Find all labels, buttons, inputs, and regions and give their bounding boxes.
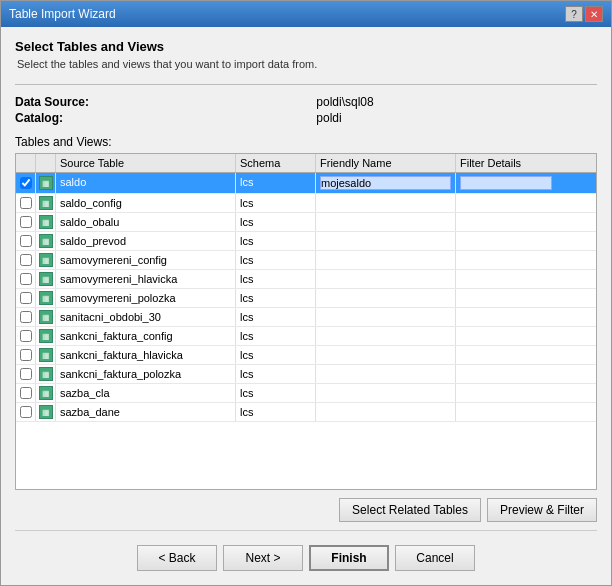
- preview-filter-button[interactable]: Preview & Filter: [487, 498, 597, 522]
- row-schema: lcs: [236, 289, 316, 307]
- table-row[interactable]: ▦saldo_obalulcs: [16, 213, 596, 232]
- friendly-name-input[interactable]: [320, 387, 451, 399]
- filter-details-input[interactable]: [460, 311, 552, 323]
- row-friendly-name[interactable]: [316, 384, 456, 402]
- filter-details-input[interactable]: [460, 254, 552, 266]
- table-row[interactable]: ▦sankcni_faktura_polozkalcs: [16, 365, 596, 384]
- friendly-name-input[interactable]: [320, 176, 451, 190]
- row-friendly-name[interactable]: [316, 251, 456, 269]
- row-friendly-name[interactable]: [316, 346, 456, 364]
- row-checkbox[interactable]: [20, 387, 32, 399]
- row-checkbox[interactable]: [20, 292, 32, 304]
- row-filter-details[interactable]: [456, 403, 556, 421]
- friendly-name-input[interactable]: [320, 216, 451, 228]
- row-checkbox-cell: [16, 194, 36, 212]
- row-checkbox[interactable]: [20, 406, 32, 418]
- table-row[interactable]: ▦samovymereni_polozkalcs: [16, 289, 596, 308]
- filter-details-input[interactable]: [460, 273, 552, 285]
- friendly-name-input[interactable]: [320, 254, 451, 266]
- table-icon: ▦: [39, 367, 53, 381]
- filter-details-input[interactable]: [460, 406, 552, 418]
- friendly-name-input[interactable]: [320, 292, 451, 304]
- row-checkbox[interactable]: [20, 368, 32, 380]
- row-friendly-name[interactable]: [316, 308, 456, 326]
- info-grid: Data Source: poldi\sql08 Catalog: poldi: [15, 95, 597, 125]
- row-filter-details[interactable]: [456, 384, 556, 402]
- row-schema: lcs: [236, 403, 316, 421]
- close-button[interactable]: ✕: [585, 6, 603, 22]
- table-row[interactable]: ▦saldolcs: [16, 173, 596, 194]
- row-friendly-name[interactable]: [316, 289, 456, 307]
- row-friendly-name[interactable]: [316, 327, 456, 345]
- friendly-name-input[interactable]: [320, 330, 451, 342]
- filter-details-input[interactable]: [460, 216, 552, 228]
- row-filter-details[interactable]: [456, 365, 556, 383]
- filter-details-input[interactable]: [460, 387, 552, 399]
- row-name: sazba_cla: [56, 384, 236, 402]
- table-row[interactable]: ▦sankcni_faktura_hlavickalcs: [16, 346, 596, 365]
- next-button[interactable]: Next >: [223, 545, 303, 571]
- row-filter-details[interactable]: [456, 194, 556, 212]
- filter-details-input[interactable]: [460, 330, 552, 342]
- table-row[interactable]: ▦sanitacni_obdobi_30lcs: [16, 308, 596, 327]
- table-row[interactable]: ▦sankcni_faktura_configlcs: [16, 327, 596, 346]
- row-filter-details[interactable]: [456, 173, 556, 193]
- row-friendly-name[interactable]: [316, 232, 456, 250]
- row-filter-details[interactable]: [456, 327, 556, 345]
- cancel-button[interactable]: Cancel: [395, 545, 475, 571]
- row-schema: lcs: [236, 327, 316, 345]
- row-checkbox[interactable]: [20, 254, 32, 266]
- table-row[interactable]: ▦samovymereni_hlavickalcs: [16, 270, 596, 289]
- title-bar: Table Import Wizard ? ✕: [1, 1, 611, 27]
- friendly-name-input[interactable]: [320, 406, 451, 418]
- filter-details-input[interactable]: [460, 197, 552, 209]
- row-filter-details[interactable]: [456, 213, 556, 231]
- row-filter-details[interactable]: [456, 308, 556, 326]
- filter-details-input[interactable]: [460, 292, 552, 304]
- table-icon: ▦: [39, 196, 53, 210]
- row-filter-details[interactable]: [456, 251, 556, 269]
- select-related-button[interactable]: Select Related Tables: [339, 498, 481, 522]
- row-friendly-name[interactable]: [316, 403, 456, 421]
- help-button[interactable]: ?: [565, 6, 583, 22]
- filter-details-input[interactable]: [460, 349, 552, 361]
- filter-details-input[interactable]: [460, 368, 552, 380]
- row-filter-details[interactable]: [456, 270, 556, 288]
- row-friendly-name[interactable]: [316, 270, 456, 288]
- row-friendly-name[interactable]: [316, 365, 456, 383]
- row-checkbox[interactable]: [20, 273, 32, 285]
- table-row[interactable]: ▦samovymereni_configlcs: [16, 251, 596, 270]
- filter-details-input[interactable]: [460, 176, 552, 190]
- row-friendly-name[interactable]: [316, 173, 456, 193]
- friendly-name-input[interactable]: [320, 368, 451, 380]
- friendly-name-input[interactable]: [320, 349, 451, 361]
- row-filter-details[interactable]: [456, 289, 556, 307]
- row-checkbox[interactable]: [20, 235, 32, 247]
- row-checkbox[interactable]: [20, 216, 32, 228]
- row-friendly-name[interactable]: [316, 194, 456, 212]
- catalog-value: poldi: [316, 111, 597, 125]
- row-friendly-name[interactable]: [316, 213, 456, 231]
- table-row[interactable]: ▦saldo_configlcs: [16, 194, 596, 213]
- table-row[interactable]: ▦sazba_danelcs: [16, 403, 596, 422]
- row-checkbox[interactable]: [20, 311, 32, 323]
- finish-button[interactable]: Finish: [309, 545, 389, 571]
- table-row[interactable]: ▦saldo_prevodlcs: [16, 232, 596, 251]
- friendly-name-input[interactable]: [320, 311, 451, 323]
- row-checkbox[interactable]: [20, 197, 32, 209]
- row-filter-details[interactable]: [456, 346, 556, 364]
- table-row[interactable]: ▦sazba_clalcs: [16, 384, 596, 403]
- row-checkbox[interactable]: [20, 177, 32, 189]
- row-name: samovymereni_config: [56, 251, 236, 269]
- friendly-name-input[interactable]: [320, 235, 451, 247]
- row-filter-details[interactable]: [456, 232, 556, 250]
- filter-details-input[interactable]: [460, 235, 552, 247]
- tables-container: Source Table Schema Friendly Name Filter…: [15, 153, 597, 490]
- row-checkbox[interactable]: [20, 349, 32, 361]
- friendly-name-input[interactable]: [320, 197, 451, 209]
- row-checkbox[interactable]: [20, 330, 32, 342]
- table-icon: ▦: [39, 329, 53, 343]
- back-button[interactable]: < Back: [137, 545, 217, 571]
- row-icon-cell: ▦: [36, 403, 56, 421]
- friendly-name-input[interactable]: [320, 273, 451, 285]
